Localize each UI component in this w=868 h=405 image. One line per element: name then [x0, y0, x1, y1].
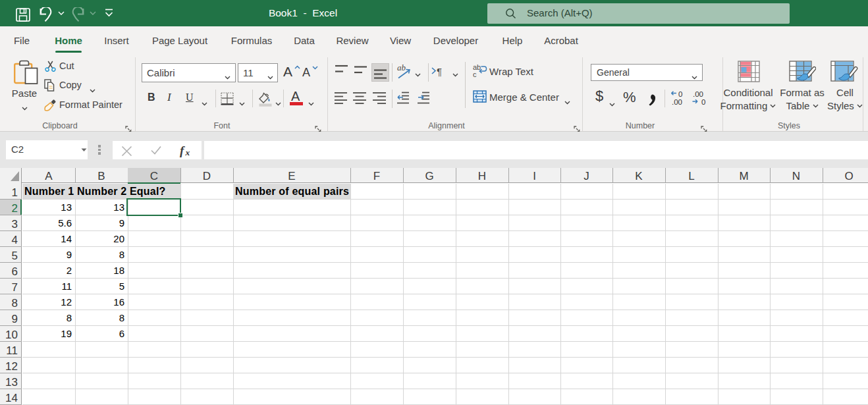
svg-text:.00: .00	[672, 98, 682, 106]
svg-text:.00: .00	[693, 90, 703, 98]
svg-text:0: 0	[701, 98, 705, 106]
svg-text:f: f	[180, 144, 185, 157]
svg-text:c: c	[473, 70, 477, 78]
svg-text:ab: ab	[397, 63, 406, 72]
svg-text:x: x	[185, 148, 190, 157]
svg-text:0: 0	[678, 90, 682, 98]
svg-text:¶: ¶	[437, 66, 442, 77]
